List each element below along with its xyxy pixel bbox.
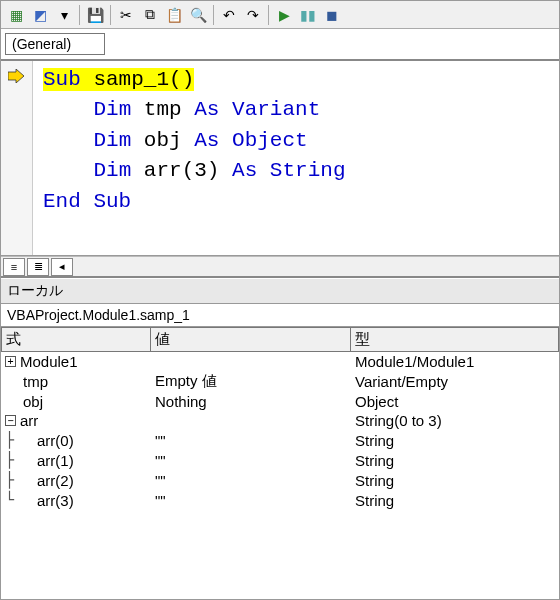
code-editor[interactable]: Sub samp_1() Dim tmp As Variant Dim obj … bbox=[1, 61, 559, 256]
undo-icon[interactable]: ↶ bbox=[218, 4, 240, 26]
save-icon[interactable]: 💾 bbox=[84, 4, 106, 26]
locals-row-expr[interactable]: ├ arr(2) bbox=[1, 470, 151, 490]
locals-row-value[interactable]: "" bbox=[151, 450, 351, 470]
locals-expr-text: arr(2) bbox=[37, 472, 74, 489]
find-icon[interactable]: 🔍 bbox=[187, 4, 209, 26]
locals-header-expression[interactable]: 式 bbox=[1, 327, 151, 352]
tree-branch-icon: ├ bbox=[5, 471, 33, 489]
locals-expr-text: Module1 bbox=[20, 353, 78, 370]
locals-expr-text: arr(0) bbox=[37, 432, 74, 449]
locals-row-expr[interactable]: tmp bbox=[1, 371, 151, 392]
locals-row-expr[interactable]: ├ arr(1) bbox=[1, 450, 151, 470]
locals-row-expr[interactable]: └ arr(3) bbox=[1, 490, 151, 510]
locals-row-type: String bbox=[351, 430, 559, 450]
full-module-view-button[interactable]: ≣ bbox=[27, 258, 49, 276]
locals-row-expr[interactable]: −arr bbox=[1, 411, 151, 430]
locals-expr-text: arr(3) bbox=[37, 492, 74, 509]
execution-pointer-icon bbox=[7, 67, 25, 85]
locals-header-type[interactable]: 型 bbox=[351, 327, 559, 352]
locals-row-type: Module1/Module1 bbox=[351, 352, 559, 371]
locals-row-type: String bbox=[351, 470, 559, 490]
locals-row-type: Object bbox=[351, 392, 559, 411]
tree-branch-icon: ├ bbox=[5, 431, 33, 449]
locals-row-value[interactable] bbox=[151, 352, 351, 371]
collapse-icon[interactable]: − bbox=[5, 415, 16, 426]
locals-row-expr[interactable]: +Module1 bbox=[1, 352, 151, 371]
paste-icon[interactable]: 📋 bbox=[163, 4, 185, 26]
break-icon[interactable]: ▮▮ bbox=[297, 4, 319, 26]
object-dropdown[interactable]: (General) bbox=[5, 33, 105, 55]
run-icon[interactable]: ▶ bbox=[273, 4, 295, 26]
locals-context: VBAProject.Module1.samp_1 bbox=[1, 304, 559, 327]
main-toolbar: ▦ ◩ ▾ 💾 ✂ ⧉ 📋 🔍 ↶ ↷ ▶ ▮▮ ◼ bbox=[1, 1, 559, 29]
locals-expr-text: obj bbox=[23, 393, 43, 410]
locals-row-value[interactable]: Empty 値 bbox=[151, 371, 351, 392]
locals-row-expr[interactable]: obj bbox=[1, 392, 151, 411]
vbe-icon[interactable]: ◩ bbox=[29, 4, 51, 26]
locals-row-type: String bbox=[351, 490, 559, 510]
redo-icon[interactable]: ↷ bbox=[242, 4, 264, 26]
expand-icon[interactable]: + bbox=[5, 356, 16, 367]
tree-branch-icon: ├ bbox=[5, 451, 33, 469]
locals-row-type: String bbox=[351, 450, 559, 470]
locals-header-value[interactable]: 値 bbox=[151, 327, 351, 352]
locals-row-expr[interactable]: ├ arr(0) bbox=[1, 430, 151, 450]
locals-expr-text: tmp bbox=[23, 373, 48, 390]
code-text[interactable]: Sub samp_1() Dim tmp As Variant Dim obj … bbox=[33, 61, 355, 255]
scroll-left-icon[interactable]: ◂ bbox=[51, 258, 73, 276]
svg-marker-0 bbox=[8, 69, 24, 83]
locals-row-value[interactable]: "" bbox=[151, 490, 351, 510]
dropdown-arrow-icon[interactable]: ▾ bbox=[53, 4, 75, 26]
copy-icon[interactable]: ⧉ bbox=[139, 4, 161, 26]
code-view-toolbar: ≡ ≣ ◂ bbox=[1, 256, 559, 278]
cut-icon[interactable]: ✂ bbox=[115, 4, 137, 26]
code-gutter bbox=[1, 61, 33, 255]
procedure-dropdown-row: (General) bbox=[1, 29, 559, 61]
locals-row-value[interactable]: "" bbox=[151, 430, 351, 450]
procedure-view-button[interactable]: ≡ bbox=[3, 258, 25, 276]
tree-branch-icon: └ bbox=[5, 491, 33, 509]
reset-icon[interactable]: ◼ bbox=[321, 4, 343, 26]
locals-row-value[interactable]: "" bbox=[151, 470, 351, 490]
excel-icon[interactable]: ▦ bbox=[5, 4, 27, 26]
locals-expr-text: arr(1) bbox=[37, 452, 74, 469]
locals-row-type: String(0 to 3) bbox=[351, 411, 559, 430]
locals-row-type: Variant/Empty bbox=[351, 371, 559, 392]
locals-grid: 式 値 型 +Module1Module1/Module1tmpEmpty 値V… bbox=[1, 327, 559, 510]
locals-row-value[interactable]: Nothing bbox=[151, 392, 351, 411]
locals-row-value[interactable] bbox=[151, 411, 351, 430]
locals-window-title: ローカル bbox=[1, 278, 559, 304]
locals-expr-text: arr bbox=[20, 412, 38, 429]
